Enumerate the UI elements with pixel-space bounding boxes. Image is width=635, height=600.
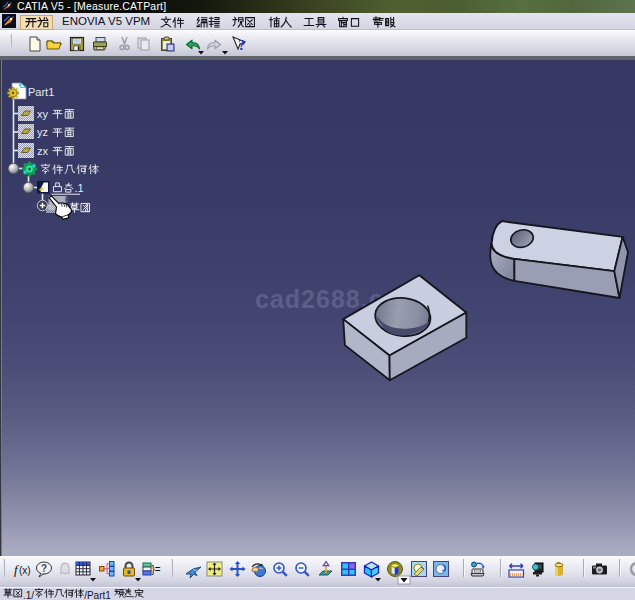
svg-text:?: ?: [41, 563, 47, 574]
svg-text:}=: }=: [152, 564, 161, 575]
svg-text:(x): (x): [19, 565, 31, 576]
svg-text:?: ?: [238, 37, 246, 53]
